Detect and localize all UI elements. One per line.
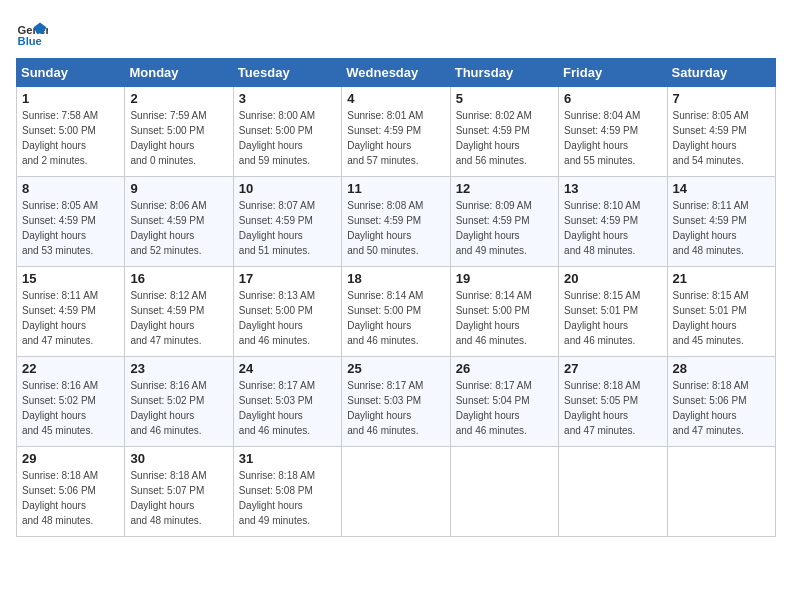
calendar-cell: 17 Sunrise: 8:13 AMSunset: 5:00 PMDaylig… bbox=[233, 267, 341, 357]
day-info: Sunrise: 8:05 AMSunset: 4:59 PMDaylight … bbox=[673, 110, 749, 166]
calendar-row: 15 Sunrise: 8:11 AMSunset: 4:59 PMDaylig… bbox=[17, 267, 776, 357]
calendar-row: 1 Sunrise: 7:58 AMSunset: 5:00 PMDayligh… bbox=[17, 87, 776, 177]
calendar-cell: 24 Sunrise: 8:17 AMSunset: 5:03 PMDaylig… bbox=[233, 357, 341, 447]
calendar-cell: 23 Sunrise: 8:16 AMSunset: 5:02 PMDaylig… bbox=[125, 357, 233, 447]
day-number: 11 bbox=[347, 181, 444, 196]
day-info: Sunrise: 7:58 AMSunset: 5:00 PMDaylight … bbox=[22, 110, 98, 166]
day-info: Sunrise: 8:16 AMSunset: 5:02 PMDaylight … bbox=[22, 380, 98, 436]
calendar-cell: 16 Sunrise: 8:12 AMSunset: 4:59 PMDaylig… bbox=[125, 267, 233, 357]
day-info: Sunrise: 8:18 AMSunset: 5:08 PMDaylight … bbox=[239, 470, 315, 526]
day-info: Sunrise: 8:17 AMSunset: 5:04 PMDaylight … bbox=[456, 380, 532, 436]
day-number: 2 bbox=[130, 91, 227, 106]
calendar-cell bbox=[342, 447, 450, 537]
svg-text:Blue: Blue bbox=[18, 35, 42, 47]
day-number: 9 bbox=[130, 181, 227, 196]
day-number: 20 bbox=[564, 271, 661, 286]
calendar-cell: 13 Sunrise: 8:10 AMSunset: 4:59 PMDaylig… bbox=[559, 177, 667, 267]
calendar-cell: 20 Sunrise: 8:15 AMSunset: 5:01 PMDaylig… bbox=[559, 267, 667, 357]
calendar-cell: 4 Sunrise: 8:01 AMSunset: 4:59 PMDayligh… bbox=[342, 87, 450, 177]
calendar-cell: 10 Sunrise: 8:07 AMSunset: 4:59 PMDaylig… bbox=[233, 177, 341, 267]
day-info: Sunrise: 8:16 AMSunset: 5:02 PMDaylight … bbox=[130, 380, 206, 436]
calendar-cell: 26 Sunrise: 8:17 AMSunset: 5:04 PMDaylig… bbox=[450, 357, 558, 447]
day-info: Sunrise: 8:02 AMSunset: 4:59 PMDaylight … bbox=[456, 110, 532, 166]
calendar-table: SundayMondayTuesdayWednesdayThursdayFrid… bbox=[16, 58, 776, 537]
day-number: 3 bbox=[239, 91, 336, 106]
logo-icon: General Blue bbox=[16, 16, 48, 48]
day-number: 12 bbox=[456, 181, 553, 196]
calendar-cell: 28 Sunrise: 8:18 AMSunset: 5:06 PMDaylig… bbox=[667, 357, 775, 447]
calendar-cell: 19 Sunrise: 8:14 AMSunset: 5:00 PMDaylig… bbox=[450, 267, 558, 357]
day-info: Sunrise: 8:18 AMSunset: 5:06 PMDaylight … bbox=[22, 470, 98, 526]
day-info: Sunrise: 8:10 AMSunset: 4:59 PMDaylight … bbox=[564, 200, 640, 256]
day-info: Sunrise: 8:11 AMSunset: 4:59 PMDaylight … bbox=[22, 290, 98, 346]
day-info: Sunrise: 8:15 AMSunset: 5:01 PMDaylight … bbox=[673, 290, 749, 346]
calendar-cell: 3 Sunrise: 8:00 AMSunset: 5:00 PMDayligh… bbox=[233, 87, 341, 177]
day-info: Sunrise: 8:14 AMSunset: 5:00 PMDaylight … bbox=[347, 290, 423, 346]
day-number: 22 bbox=[22, 361, 119, 376]
calendar-cell: 1 Sunrise: 7:58 AMSunset: 5:00 PMDayligh… bbox=[17, 87, 125, 177]
calendar-cell bbox=[667, 447, 775, 537]
calendar-cell: 31 Sunrise: 8:18 AMSunset: 5:08 PMDaylig… bbox=[233, 447, 341, 537]
day-number: 19 bbox=[456, 271, 553, 286]
day-number: 10 bbox=[239, 181, 336, 196]
calendar-cell: 6 Sunrise: 8:04 AMSunset: 4:59 PMDayligh… bbox=[559, 87, 667, 177]
day-number: 5 bbox=[456, 91, 553, 106]
calendar-cell: 2 Sunrise: 7:59 AMSunset: 5:00 PMDayligh… bbox=[125, 87, 233, 177]
day-number: 14 bbox=[673, 181, 770, 196]
day-info: Sunrise: 8:17 AMSunset: 5:03 PMDaylight … bbox=[239, 380, 315, 436]
header-friday: Friday bbox=[559, 59, 667, 87]
calendar-row: 8 Sunrise: 8:05 AMSunset: 4:59 PMDayligh… bbox=[17, 177, 776, 267]
day-info: Sunrise: 8:13 AMSunset: 5:00 PMDaylight … bbox=[239, 290, 315, 346]
day-number: 27 bbox=[564, 361, 661, 376]
day-info: Sunrise: 8:08 AMSunset: 4:59 PMDaylight … bbox=[347, 200, 423, 256]
calendar-cell: 11 Sunrise: 8:08 AMSunset: 4:59 PMDaylig… bbox=[342, 177, 450, 267]
day-info: Sunrise: 8:14 AMSunset: 5:00 PMDaylight … bbox=[456, 290, 532, 346]
calendar-cell: 9 Sunrise: 8:06 AMSunset: 4:59 PMDayligh… bbox=[125, 177, 233, 267]
calendar-cell: 15 Sunrise: 8:11 AMSunset: 4:59 PMDaylig… bbox=[17, 267, 125, 357]
day-number: 1 bbox=[22, 91, 119, 106]
day-number: 28 bbox=[673, 361, 770, 376]
day-number: 30 bbox=[130, 451, 227, 466]
day-info: Sunrise: 8:00 AMSunset: 5:00 PMDaylight … bbox=[239, 110, 315, 166]
header-saturday: Saturday bbox=[667, 59, 775, 87]
logo: General Blue bbox=[16, 16, 24, 48]
day-info: Sunrise: 8:07 AMSunset: 4:59 PMDaylight … bbox=[239, 200, 315, 256]
day-info: Sunrise: 8:18 AMSunset: 5:05 PMDaylight … bbox=[564, 380, 640, 436]
page-header: General Blue bbox=[16, 16, 776, 48]
day-info: Sunrise: 8:04 AMSunset: 4:59 PMDaylight … bbox=[564, 110, 640, 166]
day-number: 16 bbox=[130, 271, 227, 286]
header-wednesday: Wednesday bbox=[342, 59, 450, 87]
day-number: 13 bbox=[564, 181, 661, 196]
day-number: 31 bbox=[239, 451, 336, 466]
calendar-cell: 25 Sunrise: 8:17 AMSunset: 5:03 PMDaylig… bbox=[342, 357, 450, 447]
day-number: 17 bbox=[239, 271, 336, 286]
calendar-cell: 29 Sunrise: 8:18 AMSunset: 5:06 PMDaylig… bbox=[17, 447, 125, 537]
header-thursday: Thursday bbox=[450, 59, 558, 87]
day-number: 21 bbox=[673, 271, 770, 286]
calendar-cell: 5 Sunrise: 8:02 AMSunset: 4:59 PMDayligh… bbox=[450, 87, 558, 177]
day-number: 29 bbox=[22, 451, 119, 466]
day-info: Sunrise: 8:12 AMSunset: 4:59 PMDaylight … bbox=[130, 290, 206, 346]
day-info: Sunrise: 8:18 AMSunset: 5:06 PMDaylight … bbox=[673, 380, 749, 436]
calendar-cell: 22 Sunrise: 8:16 AMSunset: 5:02 PMDaylig… bbox=[17, 357, 125, 447]
day-info: Sunrise: 8:09 AMSunset: 4:59 PMDaylight … bbox=[456, 200, 532, 256]
day-number: 4 bbox=[347, 91, 444, 106]
calendar-cell: 18 Sunrise: 8:14 AMSunset: 5:00 PMDaylig… bbox=[342, 267, 450, 357]
day-number: 15 bbox=[22, 271, 119, 286]
day-number: 26 bbox=[456, 361, 553, 376]
day-number: 25 bbox=[347, 361, 444, 376]
day-info: Sunrise: 7:59 AMSunset: 5:00 PMDaylight … bbox=[130, 110, 206, 166]
header-tuesday: Tuesday bbox=[233, 59, 341, 87]
day-info: Sunrise: 8:06 AMSunset: 4:59 PMDaylight … bbox=[130, 200, 206, 256]
calendar-cell: 14 Sunrise: 8:11 AMSunset: 4:59 PMDaylig… bbox=[667, 177, 775, 267]
day-number: 24 bbox=[239, 361, 336, 376]
calendar-cell: 21 Sunrise: 8:15 AMSunset: 5:01 PMDaylig… bbox=[667, 267, 775, 357]
calendar-row: 29 Sunrise: 8:18 AMSunset: 5:06 PMDaylig… bbox=[17, 447, 776, 537]
calendar-cell: 27 Sunrise: 8:18 AMSunset: 5:05 PMDaylig… bbox=[559, 357, 667, 447]
calendar-row: 22 Sunrise: 8:16 AMSunset: 5:02 PMDaylig… bbox=[17, 357, 776, 447]
day-number: 23 bbox=[130, 361, 227, 376]
calendar-cell: 7 Sunrise: 8:05 AMSunset: 4:59 PMDayligh… bbox=[667, 87, 775, 177]
calendar-cell: 8 Sunrise: 8:05 AMSunset: 4:59 PMDayligh… bbox=[17, 177, 125, 267]
calendar-cell bbox=[559, 447, 667, 537]
calendar-cell: 30 Sunrise: 8:18 AMSunset: 5:07 PMDaylig… bbox=[125, 447, 233, 537]
